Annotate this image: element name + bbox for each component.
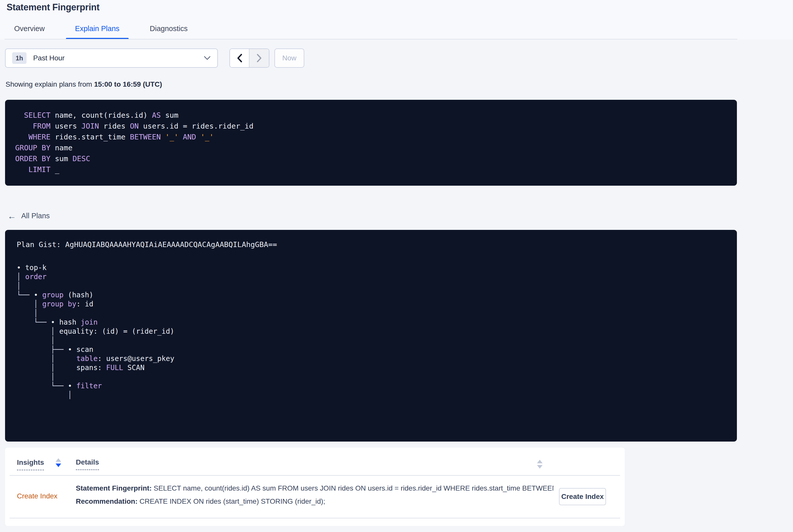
sort-up-triangle [537, 460, 543, 463]
recommendation-label: Recommendation: [76, 497, 137, 505]
header-divider [10, 475, 620, 476]
plan-gist-line: Plan Gist: AgHUAQIABQAAAAHYAQIAiAEAAAADC… [17, 240, 727, 249]
plan-tree: • top-k│ order│└── • group (hash) │ grou… [17, 263, 727, 400]
previous-interval-button[interactable] [230, 49, 249, 67]
insight-create-index-link[interactable]: Create Index [17, 492, 57, 500]
sort-down-triangle [537, 465, 543, 469]
sql-statement-box: SELECT name, count(rides.id) AS sum FROM… [5, 100, 737, 186]
tab-explain-plans[interactable]: Explain Plans [66, 22, 129, 39]
time-range-note: Showing explain plans from 15:00 to 16:5… [5, 80, 162, 89]
time-range-label: Past Hour [33, 54, 65, 62]
time-range-note-prefix: Showing explain plans from [5, 80, 94, 88]
top-bar: Statement Fingerprint Overview Explain P… [0, 0, 793, 39]
insights-table-card: Insights Details Create Index Statement … [5, 448, 625, 526]
time-range-badge: 1h [12, 52, 26, 64]
column-header-insights[interactable]: Insights [17, 458, 61, 471]
create-index-button[interactable]: Create Index [559, 488, 606, 505]
time-controls: 1h Past Hour Now [5, 49, 304, 68]
recommendation-text: CREATE INDEX ON rides (start_time) STORI… [137, 497, 325, 505]
tab-diagnostics[interactable]: Diagnostics [141, 22, 197, 39]
next-interval-button[interactable] [249, 49, 269, 67]
time-range-note-range: 15:00 to 16:59 (UTC) [94, 80, 162, 88]
recommendation-line: Recommendation: CREATE INDEX ON rides (s… [76, 497, 553, 506]
sort-up-triangle [56, 458, 61, 462]
plan-gist-label: Plan Gist: [17, 240, 65, 249]
plan-gist-value: AgHUAQIABQAAAAHYAQIAiAEAAAADCQACAgAABQIL… [65, 240, 277, 249]
tab-bar: Overview Explain Plans Diagnostics [5, 22, 196, 39]
sql-statement-code: SELECT name, count(rides.id) AS sum FROM… [15, 110, 727, 175]
insights-header-label[interactable]: Insights [17, 458, 44, 470]
tab-bar-divider [4, 39, 737, 39]
time-step-buttons [229, 49, 269, 68]
page-title: Statement Fingerprint [6, 2, 99, 13]
column-header-details[interactable]: Details [76, 458, 99, 470]
statement-fingerprint-label: Statement Fingerprint: [76, 484, 152, 492]
tab-overview[interactable]: Overview [5, 22, 54, 39]
chevron-down-icon [204, 56, 211, 60]
statement-fingerprint-text: SELECT name, count(rides.id) AS sum FROM… [152, 484, 553, 492]
sort-down-triangle [56, 463, 61, 467]
details-header-label[interactable]: Details [76, 458, 99, 470]
sort-icon-details[interactable] [537, 460, 543, 469]
arrow-left-icon: ← [7, 212, 16, 220]
all-plans-label: All Plans [21, 212, 50, 220]
statement-fingerprint-line: Statement Fingerprint: SELECT name, coun… [76, 484, 553, 493]
plan-gist-box: Plan Gist: AgHUAQIABQAAAAHYAQIAiAEAAAADC… [5, 230, 737, 441]
time-range-dropdown[interactable]: 1h Past Hour [5, 49, 218, 68]
sort-icon-insights[interactable] [56, 458, 61, 467]
all-plans-back-link[interactable]: ← All Plans [7, 212, 50, 220]
now-button[interactable]: Now [275, 49, 304, 68]
row-divider [10, 518, 620, 518]
insight-details-cell: Statement Fingerprint: SELECT name, coun… [76, 484, 553, 506]
